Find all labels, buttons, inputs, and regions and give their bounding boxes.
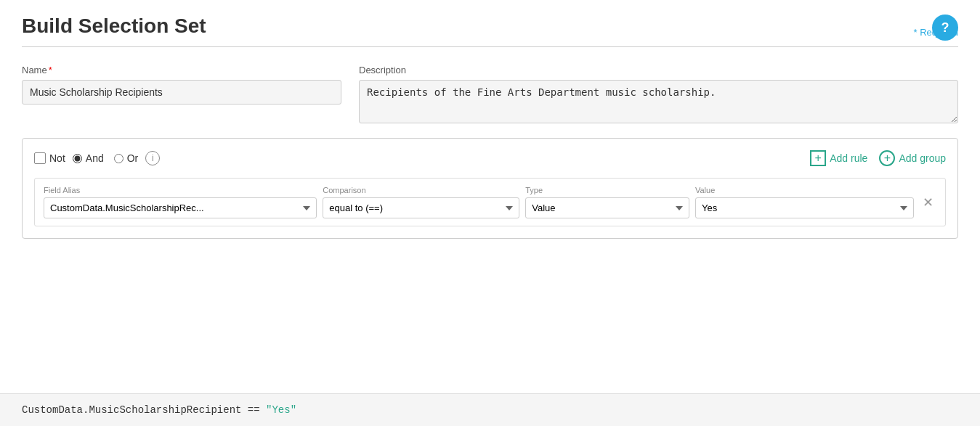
rule-actions: + Add rule + Add group	[810, 150, 946, 166]
comparison-label: Comparison	[323, 186, 519, 194]
and-radio[interactable]	[73, 154, 82, 163]
add-group-icon: +	[879, 150, 895, 166]
and-label: And	[86, 152, 104, 164]
description-group: Description Recipients of the Fine Arts …	[359, 65, 958, 123]
add-rule-label: Add rule	[830, 152, 867, 164]
comparison-group: Comparison equal to (==)	[323, 186, 519, 218]
name-input[interactable]	[22, 80, 341, 105]
rule-builder: Not And Or i + Add rule	[22, 138, 958, 239]
type-label: Type	[525, 186, 689, 194]
info-icon[interactable]: i	[145, 151, 160, 165]
type-group: Type Value	[525, 186, 689, 218]
add-rule-icon: +	[810, 150, 826, 166]
or-radio-label[interactable]: Or	[114, 152, 139, 164]
field-alias-group: Field Alias CustomData.MusicScholarshipR…	[44, 186, 317, 218]
value-group: Value Yes	[695, 186, 914, 218]
page-title: Build Selection Set	[22, 15, 206, 38]
field-alias-select[interactable]: CustomData.MusicScholarshipRec...	[44, 197, 317, 218]
help-icon: ?	[941, 20, 949, 36]
rule-row: Field Alias CustomData.MusicScholarshipR…	[34, 178, 946, 226]
add-rule-button[interactable]: + Add rule	[810, 150, 867, 166]
name-required-star: *	[49, 65, 52, 75]
help-button[interactable]: ?	[932, 15, 958, 41]
rule-row-inner: Field Alias CustomData.MusicScholarshipR…	[44, 186, 914, 218]
description-textarea[interactable]: Recipients of the Fine Arts Department m…	[359, 80, 958, 123]
value-label: Value	[695, 186, 914, 194]
name-group: Name*	[22, 65, 341, 123]
delete-rule-icon: ✕	[923, 195, 934, 210]
rule-toolbar: Not And Or i + Add rule	[34, 150, 946, 166]
add-group-label: Add group	[899, 152, 946, 164]
logic-radio-group: And Or	[73, 152, 138, 164]
delete-rule-button[interactable]: ✕	[920, 194, 936, 210]
comparison-select[interactable]: equal to (==)	[323, 197, 519, 218]
add-group-button[interactable]: + Add group	[879, 150, 946, 166]
form-row: Name* Description Recipients of the Fine…	[22, 65, 958, 123]
and-radio-label[interactable]: And	[73, 152, 104, 164]
code-preview: CustomData.MusicScholarshipRecipient == …	[0, 393, 980, 426]
code-text: CustomData.MusicScholarshipRecipient ==	[22, 404, 266, 416]
not-label: Not	[49, 152, 65, 164]
name-label: Name*	[22, 65, 341, 75]
or-radio[interactable]	[114, 154, 123, 163]
rule-logic-group: Not And Or i	[34, 151, 160, 165]
description-label: Description	[359, 65, 958, 75]
or-label: Or	[127, 152, 139, 164]
type-select[interactable]: Value	[525, 197, 689, 218]
field-alias-label: Field Alias	[44, 186, 317, 194]
header-divider	[22, 46, 958, 47]
value-select[interactable]: Yes	[695, 197, 914, 218]
code-value: "Yes"	[266, 404, 296, 416]
not-checkbox-label[interactable]: Not	[34, 152, 65, 164]
not-checkbox[interactable]	[34, 152, 46, 164]
